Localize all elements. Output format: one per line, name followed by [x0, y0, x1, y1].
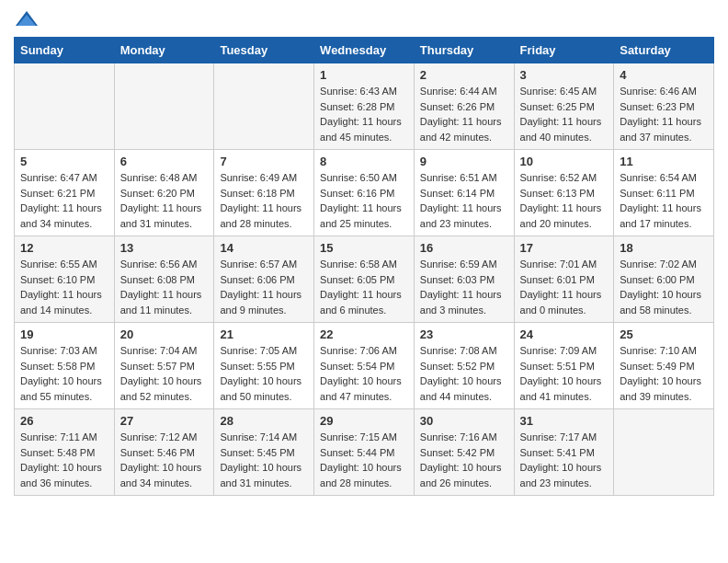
day-number: 15 [320, 241, 408, 255]
calendar-cell: 6Sunrise: 6:48 AMSunset: 6:20 PMDaylight… [114, 150, 214, 236]
week-row-1: 1Sunrise: 6:43 AMSunset: 6:28 PMDaylight… [15, 63, 714, 150]
calendar-cell: 10Sunrise: 6:52 AMSunset: 6:13 PMDayligh… [514, 150, 614, 236]
day-number: 20 [120, 327, 209, 341]
calendar-cell: 22Sunrise: 7:06 AMSunset: 5:54 PMDayligh… [314, 323, 415, 409]
day-number: 31 [520, 414, 609, 428]
day-info: Sunrise: 7:05 AMSunset: 5:55 PMDaylight:… [220, 343, 308, 404]
calendar-cell: 16Sunrise: 6:59 AMSunset: 6:03 PMDayligh… [414, 236, 514, 323]
day-number: 13 [120, 241, 209, 255]
day-number: 14 [220, 241, 308, 255]
day-number: 21 [220, 327, 308, 341]
day-info: Sunrise: 6:55 AMSunset: 6:10 PMDaylight:… [20, 257, 108, 317]
day-number: 6 [120, 155, 209, 168]
week-row-5: 26Sunrise: 7:11 AMSunset: 5:48 PMDayligh… [15, 409, 714, 496]
calendar-cell: 3Sunrise: 6:45 AMSunset: 6:25 PMDaylight… [514, 63, 614, 150]
day-info: Sunrise: 6:52 AMSunset: 6:13 PMDaylight:… [520, 170, 609, 231]
day-info: Sunrise: 7:15 AMSunset: 5:44 PMDaylight:… [320, 430, 408, 490]
calendar-cell: 11Sunrise: 6:54 AMSunset: 6:11 PMDayligh… [614, 150, 714, 236]
calendar-cell: 9Sunrise: 6:51 AMSunset: 6:14 PMDaylight… [414, 150, 514, 236]
day-info: Sunrise: 6:50 AMSunset: 6:16 PMDaylight:… [320, 170, 408, 231]
calendar-cell: 21Sunrise: 7:05 AMSunset: 5:55 PMDayligh… [214, 323, 314, 409]
day-info: Sunrise: 6:48 AMSunset: 6:20 PMDaylight:… [120, 170, 209, 231]
calendar-cell: 14Sunrise: 6:57 AMSunset: 6:06 PMDayligh… [214, 236, 314, 323]
weekday-header-thursday: Thursday [414, 38, 514, 63]
calendar-cell [15, 63, 115, 150]
calendar-cell [114, 63, 214, 150]
day-number: 2 [420, 68, 508, 82]
calendar-cell [614, 409, 714, 496]
calendar-cell: 17Sunrise: 7:01 AMSunset: 6:01 PMDayligh… [514, 236, 614, 323]
day-number: 22 [320, 327, 408, 341]
day-info: Sunrise: 7:14 AMSunset: 5:45 PMDaylight:… [220, 430, 308, 490]
day-info: Sunrise: 7:17 AMSunset: 5:41 PMDaylight:… [520, 430, 609, 490]
day-number: 8 [320, 155, 408, 168]
week-row-2: 5Sunrise: 6:47 AMSunset: 6:21 PMDaylight… [15, 150, 714, 236]
calendar-cell: 28Sunrise: 7:14 AMSunset: 5:45 PMDayligh… [214, 409, 314, 496]
day-info: Sunrise: 6:49 AMSunset: 6:18 PMDaylight:… [220, 170, 308, 231]
day-info: Sunrise: 7:16 AMSunset: 5:42 PMDaylight:… [420, 430, 508, 490]
day-number: 12 [20, 241, 108, 255]
day-info: Sunrise: 6:59 AMSunset: 6:03 PMDaylight:… [420, 257, 508, 317]
day-number: 28 [220, 414, 308, 428]
week-row-4: 19Sunrise: 7:03 AMSunset: 5:58 PMDayligh… [15, 323, 714, 409]
day-number: 5 [20, 155, 108, 168]
day-number: 24 [520, 327, 609, 341]
calendar-cell: 23Sunrise: 7:08 AMSunset: 5:52 PMDayligh… [414, 323, 514, 409]
weekday-header-wednesday: Wednesday [314, 38, 415, 63]
weekday-header-sunday: Sunday [15, 38, 115, 63]
calendar-cell: 4Sunrise: 6:46 AMSunset: 6:23 PMDaylight… [614, 63, 714, 150]
day-number: 29 [320, 414, 408, 428]
day-info: Sunrise: 7:02 AMSunset: 6:00 PMDaylight:… [620, 257, 708, 317]
day-info: Sunrise: 7:01 AMSunset: 6:01 PMDaylight:… [520, 257, 609, 317]
logo-icon [14, 9, 40, 29]
day-number: 10 [520, 155, 609, 168]
day-info: Sunrise: 7:12 AMSunset: 5:46 PMDaylight:… [120, 430, 209, 490]
day-number: 27 [120, 414, 209, 428]
calendar-cell: 26Sunrise: 7:11 AMSunset: 5:48 PMDayligh… [15, 409, 115, 496]
day-number: 16 [420, 241, 508, 255]
page-header [14, 9, 714, 29]
calendar-cell: 20Sunrise: 7:04 AMSunset: 5:57 PMDayligh… [114, 323, 214, 409]
weekday-header-friday: Friday [514, 38, 614, 63]
calendar-table: SundayMondayTuesdayWednesdayThursdayFrid… [14, 37, 714, 496]
calendar-cell: 29Sunrise: 7:15 AMSunset: 5:44 PMDayligh… [314, 409, 415, 496]
day-number: 9 [420, 155, 508, 168]
calendar-cell: 12Sunrise: 6:55 AMSunset: 6:10 PMDayligh… [15, 236, 115, 323]
calendar-cell: 15Sunrise: 6:58 AMSunset: 6:05 PMDayligh… [314, 236, 415, 323]
day-number: 3 [520, 68, 609, 82]
day-info: Sunrise: 7:06 AMSunset: 5:54 PMDaylight:… [320, 343, 408, 404]
day-number: 1 [320, 68, 408, 82]
calendar-cell: 18Sunrise: 7:02 AMSunset: 6:00 PMDayligh… [614, 236, 714, 323]
day-info: Sunrise: 7:09 AMSunset: 5:51 PMDaylight:… [520, 343, 609, 404]
day-info: Sunrise: 6:45 AMSunset: 6:25 PMDaylight:… [520, 84, 609, 144]
calendar-cell: 7Sunrise: 6:49 AMSunset: 6:18 PMDaylight… [214, 150, 314, 236]
day-number: 7 [220, 155, 308, 168]
day-number: 4 [620, 68, 708, 82]
day-info: Sunrise: 6:56 AMSunset: 6:08 PMDaylight:… [120, 257, 209, 317]
day-info: Sunrise: 7:11 AMSunset: 5:48 PMDaylight:… [20, 430, 108, 490]
calendar-cell: 31Sunrise: 7:17 AMSunset: 5:41 PMDayligh… [514, 409, 614, 496]
day-number: 26 [20, 414, 108, 428]
calendar-cell: 24Sunrise: 7:09 AMSunset: 5:51 PMDayligh… [514, 323, 614, 409]
day-info: Sunrise: 6:47 AMSunset: 6:21 PMDaylight:… [20, 170, 108, 231]
calendar-cell: 8Sunrise: 6:50 AMSunset: 6:16 PMDaylight… [314, 150, 415, 236]
calendar-cell: 2Sunrise: 6:44 AMSunset: 6:26 PMDaylight… [414, 63, 514, 150]
day-info: Sunrise: 6:46 AMSunset: 6:23 PMDaylight:… [620, 84, 708, 144]
weekday-header-tuesday: Tuesday [214, 38, 314, 63]
weekday-header-saturday: Saturday [614, 38, 714, 63]
weekday-header-monday: Monday [114, 38, 214, 63]
day-number: 11 [620, 155, 708, 168]
calendar-cell: 25Sunrise: 7:10 AMSunset: 5:49 PMDayligh… [614, 323, 714, 409]
day-info: Sunrise: 6:43 AMSunset: 6:28 PMDaylight:… [320, 84, 408, 144]
day-info: Sunrise: 7:03 AMSunset: 5:58 PMDaylight:… [20, 343, 108, 404]
day-info: Sunrise: 6:51 AMSunset: 6:14 PMDaylight:… [420, 170, 508, 231]
day-info: Sunrise: 7:08 AMSunset: 5:52 PMDaylight:… [420, 343, 508, 404]
week-row-3: 12Sunrise: 6:55 AMSunset: 6:10 PMDayligh… [15, 236, 714, 323]
calendar-cell: 5Sunrise: 6:47 AMSunset: 6:21 PMDaylight… [15, 150, 115, 236]
calendar-cell [214, 63, 314, 150]
day-info: Sunrise: 6:44 AMSunset: 6:26 PMDaylight:… [420, 84, 508, 144]
day-number: 18 [620, 241, 708, 255]
weekday-header-row: SundayMondayTuesdayWednesdayThursdayFrid… [15, 38, 714, 63]
day-number: 17 [520, 241, 609, 255]
calendar-cell: 13Sunrise: 6:56 AMSunset: 6:08 PMDayligh… [114, 236, 214, 323]
